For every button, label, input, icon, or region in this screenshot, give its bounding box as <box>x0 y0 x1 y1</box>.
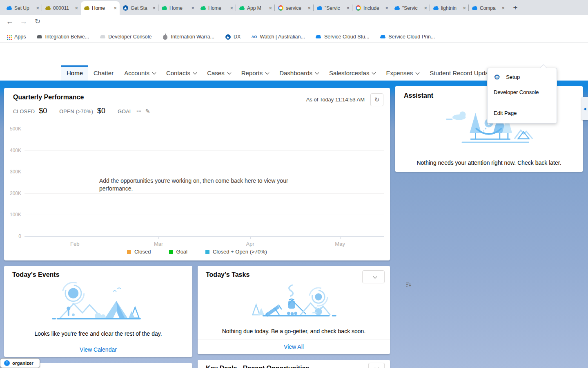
view-all-link[interactable]: View All <box>284 343 304 350</box>
tab-title: lightnin <box>441 5 460 11</box>
tab-close-icon[interactable]: × <box>152 5 156 11</box>
reload-icon[interactable]: ↻ <box>32 17 43 26</box>
nav-tab-accounts[interactable]: Accounts <box>119 65 161 81</box>
chevron-down-icon <box>193 70 197 74</box>
tab-close-icon[interactable]: × <box>501 5 505 11</box>
browser-tab[interactable]: Home× <box>197 1 236 15</box>
browser-tab[interactable]: "Servic× <box>314 1 352 15</box>
tab-title: "Servic <box>325 5 344 11</box>
tab-title: Compa <box>480 5 499 11</box>
bookmark-item[interactable]: Apps <box>6 34 26 40</box>
salesforce-header: All ☆ + ? ⚙ <box>0 43 588 65</box>
browser-tab[interactable]: Home× <box>158 1 197 15</box>
nav-tab-dashboards[interactable]: Dashboards <box>274 65 324 81</box>
browser-tab[interactable]: Set Up× <box>3 1 42 15</box>
bookmark-item[interactable]: Developer Console <box>100 34 151 40</box>
browser-tab[interactable]: lightnin× <box>430 1 469 15</box>
cloud-blue-icon <box>380 34 385 40</box>
tasks-empty-message: Nothing due today. Be a go-getter, and c… <box>198 328 390 334</box>
cloud-olive-icon <box>45 5 51 11</box>
tab-close-icon[interactable]: × <box>269 5 272 11</box>
cloud-gray-icon <box>100 34 105 40</box>
refresh-icon: ↻ <box>374 96 380 103</box>
tab-close-icon[interactable]: × <box>307 5 311 11</box>
forward-icon[interactable]: → <box>18 17 29 26</box>
tab-close-icon[interactable]: × <box>75 5 78 11</box>
x-axis-tick <box>75 236 75 239</box>
events-empty-message: Looks like you're free and clear the res… <box>4 330 192 337</box>
nav-tab-chatter[interactable]: Chatter <box>88 65 119 81</box>
gridline <box>24 129 384 129</box>
bookmark-item[interactable]: Integration Betwe... <box>37 34 89 40</box>
tab-title: Home <box>169 5 189 11</box>
bookmark-item[interactable]: DX <box>225 34 241 40</box>
apps-grid-icon <box>6 34 11 40</box>
menu-divider <box>488 102 557 102</box>
card-footer: View All <box>198 339 390 354</box>
browser-tab[interactable]: App M× <box>236 1 275 15</box>
tab-close-icon[interactable]: × <box>36 5 39 11</box>
tab-title: App M <box>247 5 266 11</box>
browser-tab-strip: Set Up×000011×Home×Get Sta×Home×Home×App… <box>0 0 588 15</box>
tab-close-icon[interactable]: × <box>230 5 233 11</box>
bookmark-label: Integration Betwe... <box>45 34 89 40</box>
edit-goal-pencil-icon[interactable]: ✎ <box>145 108 150 114</box>
new-tab-button[interactable]: + <box>509 2 521 14</box>
tab-close-icon[interactable]: × <box>463 5 466 11</box>
tab-title: Include <box>363 5 383 11</box>
collapse-panel-tab[interactable]: ◀ <box>581 97 588 120</box>
tab-close-icon[interactable]: × <box>346 5 350 11</box>
menu-item-setup[interactable]: ⚙Setup <box>488 70 557 85</box>
trailhead-icon <box>225 34 231 40</box>
back-icon[interactable]: ← <box>4 17 16 26</box>
performance-metrics: CLOSED$0 OPEN (>70%)$0 GOAL--✎ <box>13 107 150 115</box>
bookmark-item[interactable]: AOWatch | Australian... <box>251 34 305 40</box>
key-deals-menu-button[interactable] <box>368 363 385 368</box>
quarterly-performance-card: Quarterly Performance As of Today 11:14:… <box>4 88 390 260</box>
menu-item-developer-console[interactable]: Developer Console <box>488 85 557 100</box>
bookmark-item[interactable]: Service Cloud Stu... <box>316 34 369 40</box>
nav-tab-home[interactable]: Home <box>61 65 88 81</box>
browser-tab[interactable]: "Servic× <box>391 1 430 15</box>
bookmark-item[interactable]: Internation Warra... <box>163 34 215 40</box>
refresh-button[interactable]: ↻ <box>370 93 383 106</box>
as-of-timestamp: As of Today 11:14:53 AM <box>306 96 365 103</box>
nav-tab-cases[interactable]: Cases <box>202 65 236 81</box>
legend-label: Closed + Open (>70%) <box>213 249 267 255</box>
browser-tab[interactable]: 000011× <box>42 1 81 15</box>
organizer-icon: ! <box>4 360 10 366</box>
browser-window: Set Up×000011×Home×Get Sta×Home×Home×App… <box>0 0 588 368</box>
legend-swatch <box>127 250 131 254</box>
card-title: Today's Events <box>12 271 60 278</box>
organizer-label: organizer <box>12 361 33 366</box>
browser-tab[interactable]: service× <box>275 1 314 15</box>
nav-tab-salesforcesfas[interactable]: Salesforcesfas <box>324 65 381 81</box>
apple-icon <box>163 34 168 40</box>
campfire-illustration <box>241 277 345 326</box>
camping-illustration <box>49 279 147 329</box>
nav-tab-contacts[interactable]: Contacts <box>161 65 202 81</box>
tab-close-icon[interactable]: × <box>385 5 388 11</box>
browser-tab[interactable]: Include× <box>352 1 391 15</box>
legend-label: Goal <box>176 249 187 255</box>
legend-label: Closed <box>134 249 151 255</box>
menu-item-edit-page[interactable]: Edit Page <box>488 104 557 122</box>
cloud-blue-icon <box>316 5 322 11</box>
nav-tab-label: Reports <box>241 70 263 76</box>
organizer-extension-tab[interactable]: ! organizer <box>0 358 40 368</box>
tab-close-icon[interactable]: × <box>114 5 117 11</box>
tab-close-icon[interactable]: × <box>424 5 427 11</box>
nav-tab-expenses[interactable]: Expenses <box>381 65 424 81</box>
browser-tab[interactable]: Get Sta× <box>120 1 158 15</box>
bookmark-item[interactable]: Service Cloud Prin... <box>380 34 435 40</box>
card-footer: View Calendar <box>4 342 192 357</box>
tab-close-icon[interactable]: × <box>191 5 194 11</box>
nav-tab-reports[interactable]: Reports <box>236 65 274 81</box>
tab-title: 000011 <box>53 5 72 11</box>
chevron-down-icon <box>152 70 156 74</box>
browser-tab[interactable]: Home× <box>81 1 120 15</box>
browser-tab[interactable]: Compa× <box>469 1 508 15</box>
tasks-sort-button[interactable] <box>362 270 385 283</box>
card-title: Quarterly Performance <box>13 94 84 101</box>
view-calendar-link[interactable]: View Calendar <box>80 346 117 353</box>
